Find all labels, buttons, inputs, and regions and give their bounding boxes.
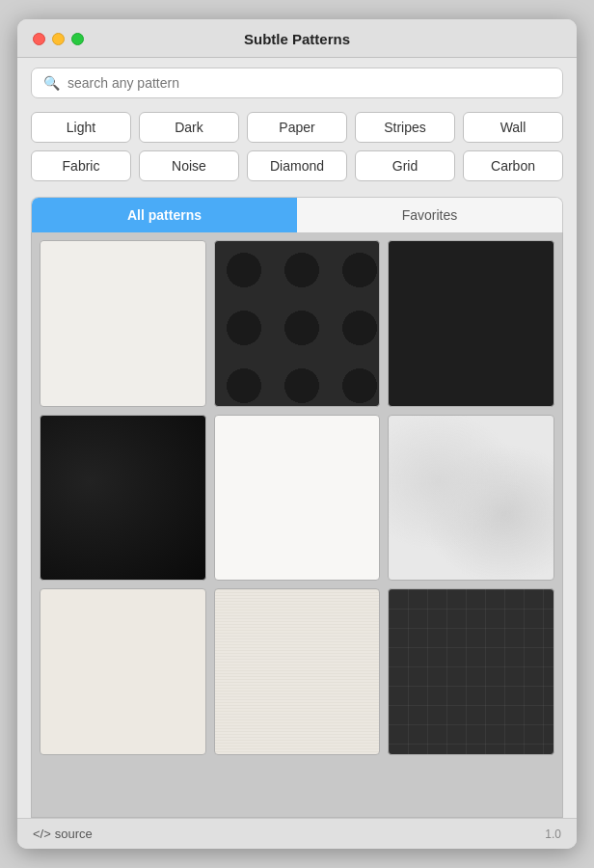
filter-fabric[interactable]: Fabric bbox=[31, 150, 131, 181]
filter-row-1: Light Dark Paper Stripes Wall bbox=[31, 112, 563, 143]
pattern-item[interactable] bbox=[388, 588, 554, 755]
close-button[interactable] bbox=[33, 33, 45, 45]
pattern-grid-area bbox=[31, 232, 563, 818]
footer-source[interactable]: </> source bbox=[33, 827, 93, 841]
filter-paper[interactable]: Paper bbox=[247, 112, 347, 143]
app-window: Subtle Patterns 🔍 Light Dark Paper Strip… bbox=[17, 19, 577, 849]
pattern-item[interactable] bbox=[214, 240, 381, 407]
pattern-item[interactable] bbox=[40, 415, 206, 582]
footer: </> source 1.0 bbox=[17, 818, 577, 849]
footer-version: 1.0 bbox=[545, 827, 561, 841]
search-icon: 🔍 bbox=[43, 75, 60, 91]
minimize-button[interactable] bbox=[52, 33, 65, 45]
filter-carbon[interactable]: Carbon bbox=[463, 150, 563, 181]
title-bar: Subtle Patterns bbox=[17, 19, 577, 58]
filter-row-2: Fabric Noise Diamond Grid Carbon bbox=[31, 150, 563, 181]
pattern-item[interactable] bbox=[214, 588, 381, 755]
code-icon: </> bbox=[33, 827, 51, 841]
tab-all-patterns[interactable]: All patterns bbox=[32, 198, 297, 232]
search-bar: 🔍 bbox=[31, 68, 563, 98]
pattern-grid bbox=[40, 240, 554, 755]
pattern-scroll[interactable] bbox=[32, 232, 562, 817]
traffic-lights bbox=[33, 33, 84, 45]
filter-wall[interactable]: Wall bbox=[463, 112, 563, 143]
window-title: Subtle Patterns bbox=[244, 31, 350, 47]
maximize-button[interactable] bbox=[71, 33, 84, 45]
search-input[interactable] bbox=[68, 75, 551, 91]
pattern-item[interactable] bbox=[214, 415, 381, 582]
search-bar-wrapper: 🔍 bbox=[17, 58, 577, 108]
pattern-item[interactable] bbox=[40, 588, 206, 755]
filter-light[interactable]: Light bbox=[31, 112, 131, 143]
tab-favorites[interactable]: Favorites bbox=[297, 198, 562, 232]
footer-source-label: source bbox=[55, 827, 93, 841]
tabs-wrapper: All patterns Favorites bbox=[17, 197, 577, 232]
filter-noise[interactable]: Noise bbox=[139, 150, 239, 181]
pattern-item[interactable] bbox=[388, 240, 554, 407]
filter-grid[interactable]: Grid bbox=[355, 150, 455, 181]
filter-diamond[interactable]: Diamond bbox=[247, 150, 347, 181]
filter-stripes[interactable]: Stripes bbox=[355, 112, 455, 143]
filter-dark[interactable]: Dark bbox=[139, 112, 239, 143]
pattern-item[interactable] bbox=[40, 240, 206, 407]
pattern-item[interactable] bbox=[388, 415, 554, 582]
tabs: All patterns Favorites bbox=[31, 197, 563, 232]
filter-section: Light Dark Paper Stripes Wall Fabric Noi… bbox=[17, 108, 577, 197]
